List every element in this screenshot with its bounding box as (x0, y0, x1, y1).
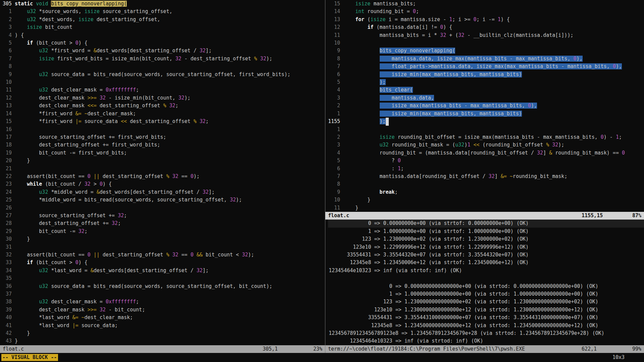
terminal-line[interactable]: 123 => 1.23000000e+02 (via strtof: 1.230… (328, 235, 644, 243)
code-line[interactable]: 30 } (3, 235, 325, 243)
code-line[interactable]: 41 *last_word |= source_data; (3, 322, 325, 329)
code-line[interactable]: 8 (328, 180, 644, 188)
code-line[interactable]: 36 u32 source_data = bits_read(source_wo… (3, 283, 325, 290)
code-line[interactable]: 7 float_parts->mantissa.data, isize_max(… (328, 63, 644, 70)
code-line[interactable]: 1155 ); (328, 118, 644, 125)
statusline-left[interactable]: float.c 305,1 23% (0, 345, 325, 353)
code-line[interactable]: 23 while (bit_count / 32 > 0) { (3, 180, 325, 188)
code-line[interactable]: 10 (3, 78, 325, 86)
code-line[interactable]: 11 } (328, 204, 644, 212)
code-line[interactable]: 16 (3, 126, 325, 133)
code-line[interactable]: 19 bit_count -= first_word_bits; (3, 149, 325, 157)
code-line[interactable]: 1 u32 *source_words, isize source_starti… (3, 8, 325, 15)
code-line[interactable]: 305static void bits_copy_nonoverlapping( (3, 0, 325, 8)
code-line[interactable]: 11 mantissa_bits = i * 32 + (32 - __buil… (328, 32, 644, 39)
terminal-line[interactable]: 33554431 => 3.35544320e+07 (via strtof: … (328, 251, 644, 259)
terminal-window[interactable]: 0 => 0.00000000e+00 (via strtof: 0.00000… (325, 220, 644, 345)
code-line[interactable]: 28 dest_starting_offset += 32; (3, 220, 325, 227)
code-line[interactable]: 6 : 1; (328, 165, 644, 173)
terminal-line[interactable]: 1 => 1.0000000000000000e+00 (via strtod:… (328, 290, 644, 298)
code-line[interactable]: 15 isize mantissa_bits; (328, 0, 644, 8)
code-window-right[interactable]: 15 isize mantissa_bits;14 int rounding_b… (325, 0, 644, 212)
code-line[interactable]: 29 bit_count -= 32; (3, 228, 325, 235)
code-window-left[interactable]: 305static void bits_copy_nonoverlapping(… (0, 0, 325, 345)
statusline-scroll-percent: 23% (306, 345, 322, 353)
code-line[interactable]: 3 u32 rounding_bit_mask = (u32)1 << (rou… (328, 141, 644, 149)
code-line[interactable]: 14 int rounding_bit = 0; (328, 8, 644, 15)
code-line[interactable]: 24 u32 *middle_word = &dest_words[dest_s… (3, 188, 325, 196)
code-line[interactable]: 2 u32 *dest_words, isize dest_starting_o… (3, 16, 325, 23)
terminal-line[interactable]: 123e10 => 1.2300000000000000e+12 (via st… (328, 306, 644, 314)
code-line[interactable]: 7 isize first_word_bits = isize_min(bit_… (3, 55, 325, 63)
statusline-right[interactable]: float.c 1155,15 87% (325, 212, 644, 220)
code-line[interactable]: 9 break; (328, 188, 644, 196)
code-line[interactable]: 8 (3, 63, 325, 70)
code-line[interactable]: 9 bits_copy_nonoverlapping( (328, 47, 644, 55)
code-line[interactable]: 8 mantissa.data, isize_max(mantissa_bits… (328, 55, 644, 63)
code-line[interactable]: 37 (3, 290, 325, 298)
code-line[interactable]: 27 source_starting_offset += 32; (3, 212, 325, 220)
code-line[interactable]: 40 *last_word &= ~dest_clear_mask; (3, 314, 325, 321)
code-line[interactable]: 7 mantissa.data[rounding_bit_offset / 32… (328, 173, 644, 180)
nvim-screen: 305static void bits_copy_nonoverlapping(… (0, 0, 644, 362)
terminal-line[interactable]: 123 => 1.2300000000000000e+02 (via strto… (328, 298, 644, 306)
code-line[interactable]: 5 ); (328, 78, 644, 86)
code-line[interactable]: 32 assert(bit_count == 0 || dest_startin… (3, 251, 325, 259)
code-line[interactable]: 33 if (bit_count > 0) { (3, 259, 325, 266)
code-line[interactable]: 11 u32 dest_clear_mask = 0xffffffff; (3, 86, 325, 94)
code-line[interactable]: 18 dest_starting_offset += first_word_bi… (3, 141, 325, 149)
code-line[interactable]: 34 u32 *last_word = &dest_words[dest_sta… (3, 267, 325, 275)
line-number: 36 (3, 283, 12, 290)
terminal-line[interactable]: 12345464e10323 => inf (via strtod: inf) … (328, 337, 644, 345)
code-line[interactable]: 13 for (isize i = mantissa.size - 1; i >… (328, 16, 644, 23)
code-line[interactable]: 4) { (3, 32, 325, 39)
code-line[interactable]: 43} (3, 337, 325, 345)
statusline-terminal[interactable]: term://~\code\float//19184:C:\Program Fi… (325, 345, 644, 353)
code-line[interactable]: 39 dest_clear_mask >>= 32 - bit_count; (3, 306, 325, 314)
code-line[interactable]: 35 (3, 275, 325, 282)
code-line[interactable]: 6 u32 *first_word = &dest_words[dest_sta… (3, 47, 325, 55)
code-line[interactable]: 31 (3, 243, 325, 251)
terminal-line[interactable] (328, 275, 644, 282)
terminal-line[interactable]: 12345e8 => 1.23450006e+12 (via strtof: 1… (328, 259, 644, 266)
code-line[interactable]: 17 source_starting_offset += first_word_… (3, 133, 325, 141)
code-line[interactable]: 14 *first_word &= ~dest_clear_mask; (3, 110, 325, 118)
code-line[interactable]: 42 } (3, 329, 325, 337)
line-number: 10 (328, 196, 340, 204)
visual-selection: ); (380, 118, 389, 124)
code-line[interactable]: 4 bits_clear( (328, 86, 644, 94)
terminal-line[interactable]: 123456789123456789123e8 => 1.23456789123… (328, 329, 644, 337)
code-line[interactable]: 38 u32 dest_clear_mask = 0xffffffff; (3, 298, 325, 306)
code-line[interactable]: 1 isize_min(max_mantissa_bits, mantissa_… (328, 110, 644, 118)
code-line[interactable]: 5 ? 0 (328, 157, 644, 165)
code-line[interactable]: 3 isize bit_count (3, 23, 325, 31)
code-line[interactable]: 20 } (3, 157, 325, 165)
code-line[interactable]: 4 rounding_bit = (mantissa.data[rounding… (328, 149, 644, 157)
code-line[interactable]: 15 *first_word |= source_data << dest_st… (3, 118, 325, 125)
code-line[interactable]: 10 (328, 39, 644, 47)
code-line[interactable]: 22 assert(bit_count == 0 || dest_startin… (3, 173, 325, 180)
terminal-line[interactable]: 12345464e10323 => inf (via strtof: inf) … (328, 267, 644, 275)
terminal-line[interactable]: 12345e8 => 1.2345000000000000e+12 (via s… (328, 322, 644, 329)
code-line[interactable]: 26 (3, 204, 325, 212)
code-line[interactable]: 2 isize_max(mantissa_bits - max_mantissa… (328, 102, 644, 110)
code-line[interactable]: 25 *middle_word = bits_read(source_words… (3, 196, 325, 204)
cursor (386, 118, 389, 125)
code-line[interactable]: 2 isize rounding_bit_offset = isize_max(… (328, 133, 644, 141)
code-line[interactable]: 12 if (mantissa.data[i] != 0) { (328, 23, 644, 31)
code-line[interactable]: 6 isize_min(max_mantissa_bits, mantissa_… (328, 71, 644, 78)
terminal-line[interactable]: 0 => 0.00000000e+00 (via strtof: 0.00000… (328, 220, 644, 227)
terminal-line[interactable]: 0 => 0.0000000000000000e+00 (via strtod:… (328, 283, 644, 290)
code-line[interactable]: 1 (328, 126, 644, 133)
line-number: 43 (3, 337, 12, 345)
terminal-line[interactable]: 1 => 1.00000000e+00 (via strtof: 1.00000… (328, 228, 644, 235)
code-line[interactable]: 10 } (328, 196, 644, 204)
code-line[interactable]: 12 dest_clear_mask >>= 32 - isize_min(bi… (3, 94, 325, 102)
code-line[interactable]: 9 u32 source_data = bits_read(source_wor… (3, 71, 325, 78)
code-line[interactable]: 21 (3, 165, 325, 173)
code-line[interactable]: 13 dest_clear_mask <<= dest_starting_off… (3, 102, 325, 110)
terminal-line[interactable]: 33554431 => 3.3554431000000000e+07 (via … (328, 314, 644, 321)
code-line[interactable]: 3 mantissa.data, (328, 94, 644, 102)
terminal-line[interactable]: 123e10 => 1.22999996e+12 (via strtof: 1.… (328, 243, 644, 251)
code-line[interactable]: 5 if (bit_count > 0) { (3, 39, 325, 47)
